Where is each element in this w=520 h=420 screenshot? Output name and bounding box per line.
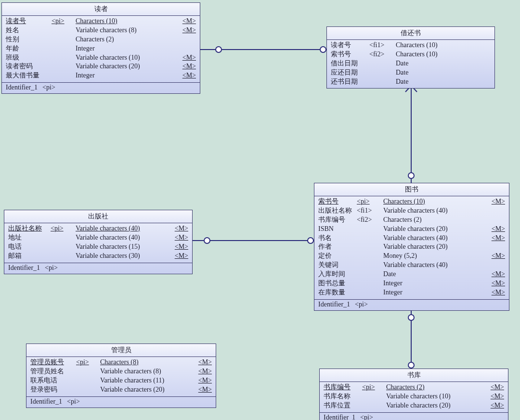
entity-admin[interactable]: 管理员 管理员账号<pi>Characters (8)<M>管理员姓名Varia… [26, 344, 216, 408]
attr-mandatory: <M> [180, 71, 196, 80]
attribute-row: 登录密码Variable characters (20)<M> [30, 385, 212, 395]
attr-mandatory: <M> [195, 376, 212, 385]
attribute-row: 书库编号<pi>Characters (2)<M> [324, 383, 504, 392]
attribute-row: 姓名Variable characters (8)<M> [6, 26, 196, 35]
attr-mandatory: <M> [489, 225, 505, 234]
attr-mandatory: <M> [489, 270, 505, 279]
attr-name: 在库数量 [318, 288, 357, 297]
entity-identifier: Identifier_1 <pi> [320, 412, 508, 420]
attribute-row: 借出日期Date [331, 59, 491, 68]
attr-name: 书库名称 [324, 392, 362, 401]
attribute-row: 联系电话Variable characters (11)<M> [30, 376, 212, 385]
attr-name: 读者密码 [6, 62, 52, 71]
attr-tag [357, 279, 383, 288]
attr-name: 电话 [8, 242, 51, 252]
attr-name: 图书总量 [318, 279, 357, 288]
attr-type: Variable characters (20) [383, 225, 489, 234]
attribute-row: 最大借书量Integer<M> [6, 71, 196, 80]
attr-name: 最大借书量 [6, 71, 52, 80]
attr-name: 地址 [8, 233, 51, 242]
attr-mandatory: <M> [195, 367, 212, 376]
attr-tag [52, 35, 76, 44]
svg-point-9 [408, 315, 414, 320]
attr-name: 关键词 [318, 261, 357, 270]
attr-tag: <fi2> [369, 50, 396, 59]
attr-tag [76, 376, 100, 385]
attribute-row: 书库位置Variable characters (20)<M> [324, 401, 504, 410]
attr-mandatory: <M> [195, 385, 212, 395]
attr-tag: <pi> [357, 197, 383, 206]
attr-tag [357, 242, 383, 252]
attr-type: Date [396, 68, 491, 77]
attr-name: 出版社名称 [8, 224, 51, 233]
entity-identifier: Identifier_1 <pi> [314, 299, 509, 310]
attr-tag [52, 71, 76, 80]
attr-type: Variable characters (40) [383, 234, 489, 243]
attr-name: 读者号 [331, 41, 369, 50]
attr-name: 班级 [6, 53, 52, 63]
attribute-row: ISBNVariable characters (20)<M> [318, 225, 505, 234]
attr-type: Variable characters (30) [76, 252, 172, 261]
attr-type: Characters (2) [386, 383, 488, 392]
attr-tag [357, 225, 383, 234]
attribute-row: 书库名称Variable characters (10)<M> [324, 392, 504, 401]
attr-type: Characters (10) [76, 17, 180, 26]
attr-name: 读者号 [6, 17, 52, 26]
attr-name: 书库编号 [324, 383, 362, 392]
attr-name: 登录密码 [30, 385, 76, 395]
attr-type: Characters (2) [383, 216, 489, 225]
attr-tag [357, 234, 383, 243]
attr-type: Variable characters (15) [76, 242, 172, 252]
attr-tag [51, 233, 76, 242]
entity-identifier: Identifier_1 <pi> [26, 396, 216, 407]
attr-mandatory [180, 35, 196, 44]
attr-type: Characters (8) [100, 358, 195, 367]
attr-tag [76, 367, 100, 376]
attr-type: Characters (2) [76, 35, 180, 44]
attr-type: Variable characters (8) [76, 26, 180, 35]
attribute-row: 年龄Integer [6, 44, 196, 53]
entity-stack[interactable]: 书库 书库编号<pi>Characters (2)<M>书库名称Variable… [319, 369, 508, 420]
attr-name: 索书号 [331, 50, 369, 59]
attr-name: 书库编号 [318, 216, 357, 225]
attribute-row: 索书号<fi2>Characters (10) [331, 50, 491, 59]
svg-point-7 [308, 238, 313, 243]
attr-tag: <pi> [362, 383, 386, 392]
entity-reader[interactable]: 读者 读者号<pi>Characters (10)<M>姓名Variable c… [1, 2, 200, 94]
attr-tag: <pi> [76, 358, 100, 367]
entity-publisher[interactable]: 出版社 出版社名称<pi>Variable characters (40)<M>… [4, 210, 193, 274]
attribute-row: 应还日期Date [331, 68, 491, 77]
attr-type: Date [396, 77, 491, 87]
attr-name: 管理员姓名 [30, 367, 76, 376]
entity-title: 读者 [2, 3, 200, 15]
attr-mandatory [489, 261, 505, 270]
attr-type: Characters (10) [383, 197, 489, 206]
attr-mandatory [180, 44, 196, 53]
attribute-row: 地址Variable characters (40)<M> [8, 233, 188, 242]
attr-name: 姓名 [6, 26, 52, 35]
attr-mandatory [489, 242, 505, 252]
attr-mandatory: <M> [489, 197, 505, 206]
attr-tag [52, 26, 76, 35]
entity-borrow[interactable]: 借还书 读者号<fi1>Characters (10)索书号<fi2>Chara… [326, 26, 495, 89]
attr-type: Money (5,2) [383, 252, 489, 261]
attribute-row: 书库编号<fi2>Characters (2) [318, 216, 505, 225]
attr-type: Date [396, 59, 491, 68]
attribute-row: 管理员姓名Variable characters (8)<M> [30, 367, 212, 376]
entity-identifier: Identifier_1 <pi> [4, 263, 192, 274]
attr-name: 还书日期 [331, 77, 369, 87]
attribute-row: 书名Variable characters (40)<M> [318, 234, 505, 243]
attribute-row: 邮箱Variable characters (30)<M> [8, 252, 188, 261]
entity-book[interactable]: 图书 索书号<pi>Characters (10)<M>出版社名称<fi1>Va… [314, 183, 509, 311]
attr-type: Characters (10) [396, 41, 491, 50]
attr-name: 管理员账号 [30, 358, 76, 367]
attribute-row: 读者号<fi1>Characters (10) [331, 41, 491, 50]
attr-tag: <fi2> [357, 216, 383, 225]
attr-type: Variable characters (10) [386, 392, 488, 401]
attr-mandatory: <M> [489, 234, 505, 243]
attr-type: Integer [383, 279, 489, 288]
entity-title: 书库 [320, 369, 508, 382]
attr-type: Variable characters (8) [100, 367, 195, 376]
attribute-row: 班级Variable characters (10)<M> [6, 53, 196, 63]
attr-tag [357, 261, 383, 270]
